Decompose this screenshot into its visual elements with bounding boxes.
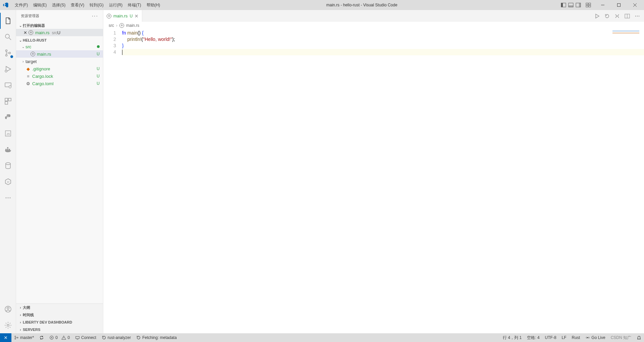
open-editors-section[interactable]: ⌄ 打开的编辑器 — [16, 22, 103, 29]
more-activity[interactable] — [0, 190, 16, 206]
cursor-position[interactable]: 行 4，列 1 — [500, 333, 524, 342]
go-live[interactable]: Go Live — [583, 333, 608, 342]
svg-rect-30 — [9, 149, 10, 150]
open-editor-name: main.rs src — [35, 30, 57, 35]
eol[interactable]: LF — [559, 333, 569, 342]
menu-file[interactable]: 文件(F) — [12, 2, 31, 8]
rerun-icon[interactable] — [604, 13, 610, 19]
language-mode[interactable]: Rust — [569, 333, 583, 342]
svg-rect-22 — [5, 98, 8, 101]
breadcrumb[interactable]: src › ⚙ main.rs — [103, 22, 644, 29]
layout-sidebar-left-icon[interactable] — [561, 2, 566, 8]
accounts-activity[interactable] — [0, 301, 16, 317]
tab-label: main.rs — [113, 13, 128, 18]
svg-point-38 — [7, 324, 9, 326]
item-label: main.rs — [37, 52, 94, 57]
split-icon[interactable] — [625, 13, 630, 19]
code-line[interactable]: } — [122, 43, 644, 49]
fetching-status[interactable]: Fetching: metadata — [133, 333, 179, 342]
svg-rect-3 — [569, 5, 573, 7]
remote-explorer-activity[interactable] — [0, 77, 16, 93]
file-item[interactable]: ≡Cargo.lockU — [16, 72, 103, 80]
item-label: .gitignore — [32, 66, 94, 71]
code-line[interactable]: println!("Hello, world!"); — [122, 36, 644, 43]
minimize-button[interactable] — [595, 0, 610, 10]
run-icon[interactable] — [594, 13, 600, 19]
database-activity[interactable] — [0, 158, 16, 174]
layout-panel-icon[interactable] — [568, 2, 574, 8]
customize-layout-icon[interactable] — [586, 2, 591, 8]
more-icon[interactable] — [635, 13, 640, 19]
extensions-activity[interactable] — [0, 93, 16, 109]
notifications-icon[interactable] — [634, 333, 644, 342]
file-item[interactable]: ⚙Cargo.tomlU — [16, 80, 103, 87]
git-status-badge: U — [130, 14, 133, 18]
svg-line-15 — [9, 38, 11, 40]
diff-icon[interactable] — [614, 13, 620, 19]
indentation[interactable]: 空格: 4 — [524, 333, 542, 342]
rust-icon: ⚙ — [107, 14, 111, 18]
menu-selection[interactable]: 选择(S) — [49, 2, 68, 8]
panel-servers[interactable]: ›SERVERS — [16, 326, 103, 333]
encoding[interactable]: UTF-8 — [542, 333, 559, 342]
folder-item[interactable]: ›target — [16, 58, 103, 65]
connect-button[interactable]: Connect — [72, 333, 99, 342]
hex-activity[interactable]: H — [0, 174, 16, 190]
window-title: main.rs - hello-rust - Visual Studio Cod… — [163, 3, 561, 7]
file-item[interactable]: ◆.gitignoreU — [16, 65, 103, 72]
run-debug-activity[interactable] — [0, 61, 16, 77]
rust-analyzer-status[interactable]: rust-analyzer — [99, 333, 133, 342]
code-body[interactable]: fn main() { println!("Hello, world!");} — [122, 29, 644, 333]
explorer-activity[interactable] — [0, 13, 16, 29]
close-icon[interactable]: ✕ — [23, 30, 27, 35]
open-editor-item[interactable]: ✕ ⚙ main.rs src U — [16, 29, 103, 36]
remote-indicator[interactable] — [0, 333, 11, 342]
problems[interactable]: 0 0 — [47, 333, 72, 342]
search-activity[interactable] — [0, 29, 16, 45]
docker-activity[interactable] — [0, 141, 16, 158]
python-activity[interactable] — [0, 109, 16, 125]
chevron-right-icon: › — [21, 60, 25, 63]
svg-point-21 — [9, 86, 11, 88]
panel-outline[interactable]: ›大纲 — [16, 304, 103, 311]
vscode-logo-icon — [3, 2, 9, 8]
close-button[interactable] — [627, 0, 643, 10]
menu-view[interactable]: 查看(V) — [68, 2, 87, 8]
folder-item[interactable]: ⌄src — [16, 43, 103, 50]
breadcrumb-part[interactable]: main.rs — [126, 23, 139, 28]
sidebar-more-icon[interactable]: ··· — [92, 13, 98, 19]
tab-main-rs[interactable]: ⚙ main.rs U ✕ — [103, 10, 142, 22]
close-icon[interactable]: ✕ — [135, 13, 139, 19]
maximize-button[interactable] — [611, 0, 627, 10]
menu-go[interactable]: 转到(G) — [87, 2, 106, 8]
breadcrumb-part[interactable]: src — [109, 23, 114, 28]
code-editor[interactable]: 1234 fn main() { println!("Hello, world!… — [103, 29, 644, 333]
panel-timeline[interactable]: ›时间线 — [16, 311, 103, 319]
chevron-right-icon: › — [18, 328, 23, 332]
menu-terminal[interactable]: 终端(T) — [125, 2, 144, 8]
js-activity[interactable]: JS — [0, 125, 16, 141]
project-label: HELLO-RUST — [23, 38, 47, 42]
rust-icon: ⚙ — [119, 23, 124, 28]
svg-rect-5 — [579, 3, 581, 7]
file-item[interactable]: ⚙main.rsU — [16, 50, 103, 58]
layout-controls — [561, 2, 591, 8]
svg-rect-7 — [589, 3, 591, 5]
svg-point-42 — [637, 15, 638, 16]
minimap[interactable] — [612, 31, 639, 34]
code-line[interactable] — [122, 49, 644, 55]
project-section[interactable]: ⌄ HELLO-RUST — [16, 38, 103, 43]
file-icon: ≡ — [25, 74, 31, 79]
menu-help[interactable]: 帮助(H) — [144, 2, 163, 8]
code-line[interactable]: fn main() { — [122, 30, 644, 36]
layout-sidebar-right-icon[interactable] — [576, 2, 581, 8]
git-branch[interactable]: master* — [11, 333, 37, 342]
settings-activity[interactable] — [0, 317, 16, 333]
menu-edit[interactable]: 编辑(E) — [31, 2, 49, 8]
source-control-activity[interactable] — [0, 45, 16, 61]
menu-run[interactable]: 运行(R) — [106, 2, 125, 8]
svg-point-45 — [15, 338, 16, 339]
panel-liberty[interactable]: ›LIBERTY DEV DASHBOARD — [16, 319, 103, 326]
sync-button[interactable] — [37, 333, 47, 342]
editor-area: ⚙ main.rs U ✕ src › ⚙ main.rs 1234 fn ma… — [103, 10, 644, 333]
